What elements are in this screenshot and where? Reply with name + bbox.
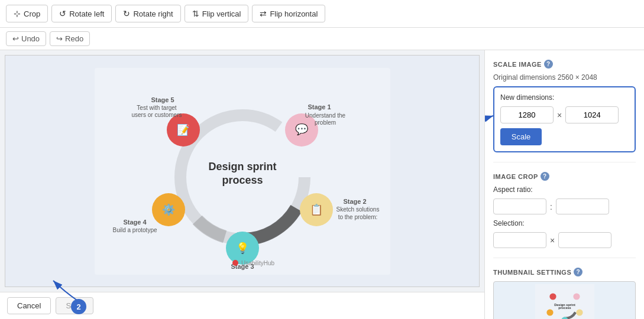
rotate-left-icon: ↺ — [59, 9, 66, 18]
undo-icon: ↩ — [12, 34, 19, 43]
svg-text:📝: 📝 — [177, 123, 190, 136]
undo-button[interactable]: ↩ Undo — [6, 31, 46, 46]
scale-box: New dimensions: × Scale — [493, 86, 636, 152]
selection-label: Selection: — [493, 219, 636, 227]
svg-point-29 — [232, 260, 238, 266]
divider-2 — [493, 258, 636, 258]
aspect-width-input[interactable] — [493, 198, 546, 214]
svg-text:Sketch solutions: Sketch solutions — [336, 206, 379, 213]
svg-text:Stage 4: Stage 4 — [123, 219, 147, 226]
undo-redo-toolbar: ↩ Undo ↪ Redo — [0, 28, 644, 50]
canvas-area: 💬 📋 💡 ⚙️ 📝 Design sprint process St — [5, 55, 480, 287]
cancel-button[interactable]: Cancel — [7, 297, 51, 314]
selection-height-input[interactable] — [558, 232, 611, 248]
scale-image-section: SCALE IMAGE ? Original dimensions 2560 ×… — [493, 60, 636, 152]
redo-icon: ↪ — [56, 34, 63, 43]
main-area: 💬 📋 💡 ⚙️ 📝 Design sprint process St — [0, 50, 644, 319]
height-input[interactable] — [565, 106, 619, 123]
svg-text:placeholder: placeholder — [227, 268, 258, 275]
svg-text:Understand the: Understand the — [305, 112, 345, 119]
aspect-ratio-label: Aspect ratio: — [493, 185, 636, 194]
selection-separator: × — [550, 236, 555, 245]
right-panel: SCALE IMAGE ? Original dimensions 2560 ×… — [484, 50, 644, 319]
aspect-ratio-row: : — [493, 198, 636, 214]
svg-rect-33 — [535, 284, 594, 319]
svg-point-35 — [573, 293, 580, 300]
divider-1 — [493, 162, 636, 162]
dimension-separator: × — [557, 110, 562, 120]
svg-text:📋: 📋 — [310, 203, 323, 216]
crop-icon: ⊹ — [14, 9, 21, 18]
selection-width-input[interactable] — [493, 232, 546, 248]
svg-text:to the problem:: to the problem: — [338, 214, 377, 220]
svg-point-36 — [576, 309, 582, 315]
scale-help-icon[interactable]: ? — [544, 60, 553, 69]
svg-text:Stage 1: Stage 1 — [308, 103, 331, 110]
diagram-svg: 💬 📋 💡 ⚙️ 📝 Design sprint process St — [95, 68, 390, 275]
rotate-left-button[interactable]: ↺ Rotate left — [51, 5, 112, 22]
thumbnail-help-icon[interactable]: ? — [574, 268, 582, 276]
thumbnail-preview: Design sprint process — [493, 281, 636, 319]
svg-text:users or customers: users or customers — [131, 112, 182, 118]
aspect-separator: : — [550, 202, 552, 211]
thumbnail-section: THUMBNAIL SETTINGS ? Design sprint proce… — [493, 268, 636, 319]
rotate-right-icon: ↻ — [123, 9, 130, 18]
original-dimensions: Original dimensions 2560 × 2048 — [493, 73, 636, 82]
svg-text:problem: problem — [314, 119, 335, 126]
svg-point-38 — [546, 309, 553, 315]
crop-help-icon[interactable]: ? — [541, 172, 549, 181]
svg-text:UsabilityHub: UsabilityHub — [241, 260, 275, 266]
svg-text:Test with target: Test with target — [137, 105, 176, 111]
flip-vertical-icon: ⇅ — [192, 9, 199, 18]
redo-button[interactable]: ↪ Redo — [50, 31, 90, 46]
svg-text:💬: 💬 — [295, 123, 309, 136]
thumbnail-title: THUMBNAIL SETTINGS ? — [493, 268, 636, 276]
dims-row: × — [500, 106, 629, 123]
image-crop-section: IMAGE CROP ? Aspect ratio: : Selection: … — [493, 172, 636, 248]
svg-text:Build a prototype: Build a prototype — [112, 227, 157, 233]
selection-row: × — [493, 232, 636, 248]
rotate-right-button[interactable]: ↻ Rotate right — [115, 5, 180, 22]
svg-text:Stage 2: Stage 2 — [343, 198, 366, 205]
svg-point-39 — [549, 293, 556, 300]
flip-horizontal-icon: ⇄ — [260, 9, 267, 18]
scale-title: SCALE IMAGE ? — [493, 60, 636, 69]
new-dims-label: New dimensions: — [500, 93, 629, 102]
flip-horizontal-button[interactable]: ⇄ Flip horizontal — [252, 5, 325, 22]
crop-button[interactable]: ⊹ Crop — [6, 5, 48, 22]
scale-button[interactable]: Scale — [500, 128, 542, 145]
bottom-bar: Cancel Save 2 — [0, 292, 484, 319]
svg-text:⚙️: ⚙️ — [162, 203, 176, 216]
width-input[interactable] — [500, 106, 554, 123]
aspect-height-input[interactable] — [556, 198, 609, 214]
crop-title: IMAGE CROP ? — [493, 172, 636, 181]
svg-text:Stage 5: Stage 5 — [151, 96, 174, 103]
svg-text:process: process — [222, 174, 263, 186]
svg-text:Design sprint: Design sprint — [208, 161, 276, 172]
flip-vertical-button[interactable]: ⇅ Flip vertical — [185, 5, 249, 22]
svg-text:💡: 💡 — [236, 242, 250, 255]
annotation-badge-2: 2 — [71, 299, 86, 314]
thumbnail-svg: Design sprint process — [529, 284, 600, 319]
svg-text:process: process — [558, 306, 571, 310]
main-toolbar: ⊹ Crop ↺ Rotate left ↻ Rotate right ⇅ Fl… — [0, 0, 644, 28]
